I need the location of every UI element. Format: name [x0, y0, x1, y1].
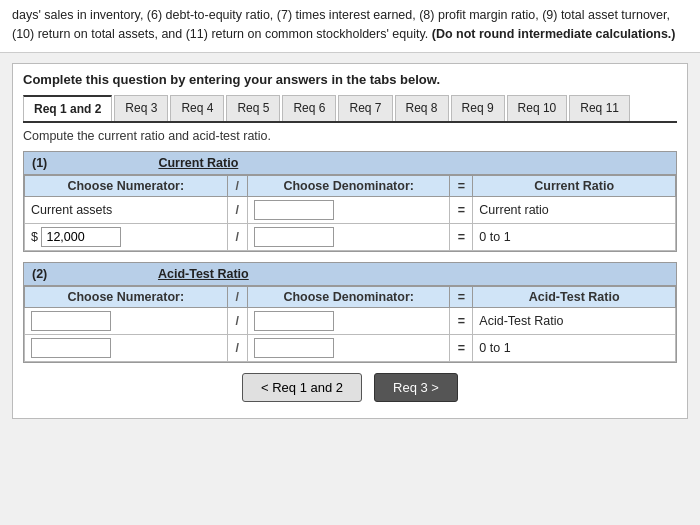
equals-4: = — [450, 286, 473, 307]
numerator-choose-label: Choose Numerator: — [25, 175, 228, 196]
instruction-text: Complete this question by entering your … — [23, 72, 677, 87]
numerator-name-2 — [25, 307, 228, 334]
tab-req-10[interactable]: Req 10 — [507, 95, 568, 121]
result-name-2: Acid-Test Ratio — [473, 307, 676, 334]
nav-buttons: < Req 1 and 2 Req 3 > — [23, 373, 677, 402]
tab-req-4[interactable]: Req 4 — [170, 95, 224, 121]
instruction-box: Complete this question by entering your … — [12, 63, 688, 419]
tab-req-11[interactable]: Req 11 — [569, 95, 630, 121]
table-row-names-2: / = Acid-Test Ratio — [25, 307, 676, 334]
equals-3: = — [450, 223, 473, 250]
table-row-values: $ / = 0 to 1 — [25, 223, 676, 250]
tab-req-7[interactable]: Req 7 — [338, 95, 392, 121]
result-value-cell-1: 0 to 1 — [473, 223, 676, 250]
acid-test-table: Choose Numerator: / Choose Denominator: … — [24, 286, 676, 362]
numerator-value-input-2[interactable] — [31, 338, 111, 358]
denominator-choose-label: Choose Denominator: — [247, 175, 450, 196]
numerator-choose-label-2: Choose Numerator: — [25, 286, 228, 307]
tabs-row: Req 1 and 2 Req 3 Req 4 Req 5 Req 6 Req … — [23, 95, 677, 123]
top-description: days' sales in inventory, (6) debt-to-eq… — [0, 0, 700, 53]
section2-wrapper: Choose Numerator: / Choose Denominator: … — [23, 285, 677, 363]
numerator-value-cell-2 — [25, 334, 228, 361]
numerator-value-cell: $ — [25, 223, 228, 250]
section1-wrapper: Choose Numerator: / Choose Denominator: … — [23, 174, 677, 252]
slash-3: / — [227, 223, 247, 250]
denominator-name-input-2[interactable] — [254, 311, 334, 331]
numerator-name: Current assets — [25, 196, 228, 223]
tab-req-5[interactable]: Req 5 — [226, 95, 280, 121]
denominator-value-cell — [247, 223, 450, 250]
denominator-name-2 — [247, 307, 450, 334]
equals-5: = — [450, 307, 473, 334]
denominator-name — [247, 196, 450, 223]
slash-5: / — [227, 307, 247, 334]
denominator-value-input-2[interactable] — [254, 338, 334, 358]
tab-req-3[interactable]: Req 3 — [114, 95, 168, 121]
section1-header: (1) Current Ratio — [23, 151, 677, 174]
section1-label: (1) — [32, 156, 47, 170]
result-suffix-1: to 1 — [490, 230, 511, 244]
equals-6: = — [450, 334, 473, 361]
acid-test-section: (2) Acid-Test Ratio Choose Numerator: / … — [23, 262, 677, 363]
slash-4: / — [227, 286, 247, 307]
table-row-names: Current assets / = Current ratio — [25, 196, 676, 223]
next-button[interactable]: Req 3 > — [374, 373, 458, 402]
table-row-header-2: Choose Numerator: / Choose Denominator: … — [25, 286, 676, 307]
result-value-2: 0 — [479, 341, 486, 355]
result-name-1: Current ratio — [473, 196, 676, 223]
table-row-header: Choose Numerator: / Choose Denominator: … — [25, 175, 676, 196]
denominator-choose-label-2: Choose Denominator: — [247, 286, 450, 307]
result-label-2: Acid-Test Ratio — [473, 286, 676, 307]
section2-title: Acid-Test Ratio — [158, 267, 249, 281]
slash-2: / — [227, 196, 247, 223]
tab-req-8[interactable]: Req 8 — [395, 95, 449, 121]
result-value-cell-2: 0 to 1 — [473, 334, 676, 361]
dollar-sign: $ — [31, 230, 38, 244]
numerator-name-input-2[interactable] — [31, 311, 111, 331]
denominator-value-cell-2 — [247, 334, 450, 361]
section1-title: Current Ratio — [158, 156, 238, 170]
denominator-value-input[interactable] — [254, 227, 334, 247]
tab-req-6[interactable]: Req 6 — [282, 95, 336, 121]
tab-req-9[interactable]: Req 9 — [451, 95, 505, 121]
top-note: (Do not round intermediate calculations.… — [432, 27, 676, 41]
section2-header: (2) Acid-Test Ratio — [23, 262, 677, 285]
numerator-number-input[interactable] — [41, 227, 121, 247]
result-label-1: Current Ratio — [473, 175, 676, 196]
slash-1: / — [227, 175, 247, 196]
sub-instruction: Compute the current ratio and acid-test … — [23, 123, 677, 151]
section2-label: (2) — [32, 267, 47, 281]
result-suffix-2: to 1 — [490, 341, 511, 355]
equals-1: = — [450, 175, 473, 196]
table-row-values-2: / = 0 to 1 — [25, 334, 676, 361]
slash-6: / — [227, 334, 247, 361]
result-value-1: 0 — [479, 230, 486, 244]
prev-button[interactable]: < Req 1 and 2 — [242, 373, 362, 402]
current-ratio-table: Choose Numerator: / Choose Denominator: … — [24, 175, 676, 251]
tab-req-1-2[interactable]: Req 1 and 2 — [23, 95, 112, 121]
denominator-name-input[interactable] — [254, 200, 334, 220]
current-ratio-section: (1) Current Ratio Choose Numerator: / Ch… — [23, 151, 677, 252]
equals-2: = — [450, 196, 473, 223]
